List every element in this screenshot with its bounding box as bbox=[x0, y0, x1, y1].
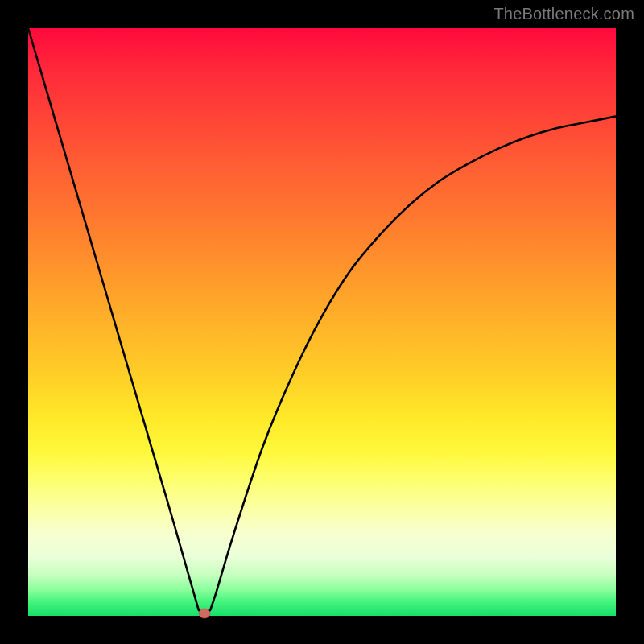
bottleneck-curve bbox=[28, 28, 616, 616]
plot-area bbox=[28, 28, 616, 616]
watermark-text: TheBottleneck.com bbox=[493, 5, 634, 23]
curve-svg bbox=[28, 28, 616, 616]
chart-frame: TheBottleneck.com bbox=[0, 0, 644, 644]
minimum-marker bbox=[199, 609, 210, 618]
